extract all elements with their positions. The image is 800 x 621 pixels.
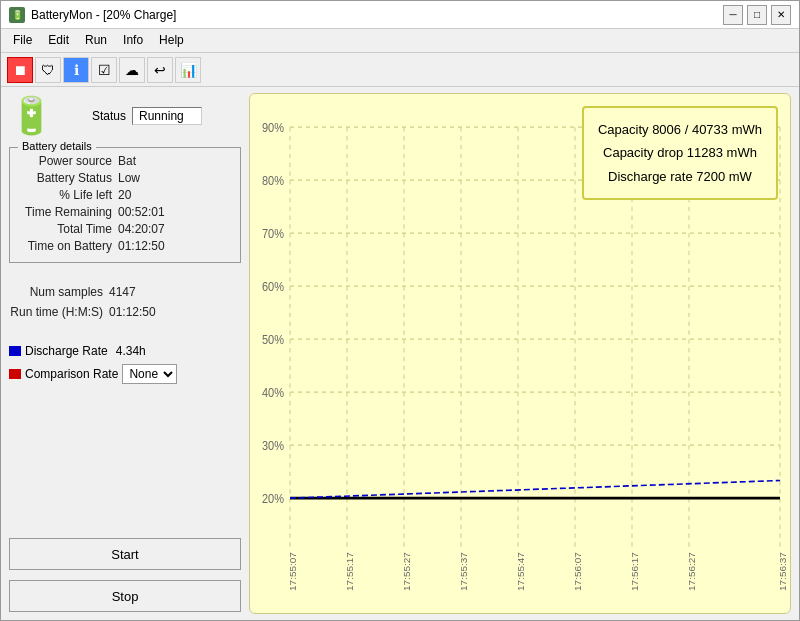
comparison-rate-row: Comparison Rate None 1h 2h 3h 4h 5h 6h xyxy=(9,364,241,384)
app-icon: 🔋 xyxy=(9,7,25,23)
svg-text:17:56:07: 17:56:07 xyxy=(572,552,582,591)
left-top-row: 🔋 Status Running xyxy=(9,95,241,137)
run-time-label: Run time (H:M:S) xyxy=(9,305,109,319)
detail-row-life-left: % Life left 20 xyxy=(18,188,232,202)
svg-text:17:56:17: 17:56:17 xyxy=(629,552,639,591)
status-row: Status Running xyxy=(92,107,202,125)
info-box: Capacity 8006 / 40733 mWh Capacity drop … xyxy=(582,106,778,200)
toolbar-stop-btn[interactable]: ⏹ xyxy=(7,57,33,83)
svg-text:17:55:07: 17:55:07 xyxy=(287,552,297,591)
menu-edit[interactable]: Edit xyxy=(40,31,77,50)
comparison-select[interactable]: None 1h 2h 3h 4h 5h 6h xyxy=(122,364,177,384)
comparison-label: Comparison Rate xyxy=(25,367,118,381)
svg-text:20%: 20% xyxy=(262,492,284,505)
toolbar: ⏹ 🛡 ℹ ☑ ☁ ↩ 📊 xyxy=(1,53,799,87)
svg-text:17:56:37: 17:56:37 xyxy=(777,552,787,591)
start-button[interactable]: Start xyxy=(9,538,241,570)
left-panel: 🔋 Status Running Battery details Power s… xyxy=(1,87,249,620)
power-source-value: Bat xyxy=(118,154,136,168)
toolbar-chart-btn[interactable]: 📊 xyxy=(175,57,201,83)
discharge-rate-row: Discharge Rate 4.34h xyxy=(9,344,241,358)
total-time-value: 04:20:07 xyxy=(118,222,165,236)
discharge-value: 4.34h xyxy=(116,344,146,358)
battery-large-icon: 🔋 xyxy=(9,95,54,137)
svg-text:17:55:17: 17:55:17 xyxy=(344,552,354,591)
discharge-label: Discharge Rate xyxy=(25,344,108,358)
window-title: BatteryMon - [20% Charge] xyxy=(31,8,176,22)
svg-text:17:55:47: 17:55:47 xyxy=(515,552,525,591)
total-time-label: Total Time xyxy=(18,222,118,236)
info-line2: Capacity drop 11283 mWh xyxy=(598,141,762,164)
num-samples-label: Num samples xyxy=(9,285,109,299)
menu-help[interactable]: Help xyxy=(151,31,192,50)
main-content: 🔋 Status Running Battery details Power s… xyxy=(1,87,799,620)
toolbar-back-btn[interactable]: ↩ xyxy=(147,57,173,83)
chart-area: 90% 80% 70% 60% 50% 40% 30% 20% 17:55:07… xyxy=(249,93,791,614)
samples-area: Num samples 4147 Run time (H:M:S) 01:12:… xyxy=(9,285,241,322)
battery-details-group: Battery details Power source Bat Battery… xyxy=(9,147,241,263)
time-remaining-label: Time Remaining xyxy=(18,205,118,219)
svg-text:60%: 60% xyxy=(262,280,284,293)
toolbar-info-btn[interactable]: ℹ xyxy=(63,57,89,83)
info-line1: Capacity 8006 / 40733 mWh xyxy=(598,118,762,141)
power-source-label: Power source xyxy=(18,154,118,168)
stop-button[interactable]: Stop xyxy=(9,580,241,612)
status-label: Status xyxy=(92,109,126,123)
menu-bar: File Edit Run Info Help xyxy=(1,29,799,53)
menu-info[interactable]: Info xyxy=(115,31,151,50)
status-value: Running xyxy=(132,107,202,125)
svg-text:30%: 30% xyxy=(262,439,284,452)
svg-text:90%: 90% xyxy=(262,121,284,134)
maximize-button[interactable]: □ xyxy=(747,5,767,25)
detail-row-run-time: Run time (H:M:S) 01:12:50 xyxy=(9,305,241,319)
minimize-button[interactable]: ─ xyxy=(723,5,743,25)
menu-run[interactable]: Run xyxy=(77,31,115,50)
menu-file[interactable]: File xyxy=(5,31,40,50)
title-bar: 🔋 BatteryMon - [20% Charge] ─ □ ✕ xyxy=(1,1,799,29)
time-on-battery-label: Time on Battery xyxy=(18,239,118,253)
life-left-value: 20 xyxy=(118,188,131,202)
comparison-color-box xyxy=(9,369,21,379)
life-left-label: % Life left xyxy=(18,188,118,202)
svg-text:70%: 70% xyxy=(262,227,284,240)
svg-text:80%: 80% xyxy=(262,174,284,187)
num-samples-value: 4147 xyxy=(109,285,136,299)
run-time-value: 01:12:50 xyxy=(109,305,156,319)
group-legend: Battery details xyxy=(18,140,96,152)
battery-status-value: Low xyxy=(118,171,140,185)
title-bar-controls: ─ □ ✕ xyxy=(723,5,791,25)
detail-row-total-time: Total Time 04:20:07 xyxy=(18,222,232,236)
time-remaining-value: 00:52:01 xyxy=(118,205,165,219)
svg-line-35 xyxy=(290,480,780,498)
discharge-color-box xyxy=(9,346,21,356)
detail-row-time-on-battery: Time on Battery 01:12:50 xyxy=(18,239,232,253)
title-bar-left: 🔋 BatteryMon - [20% Charge] xyxy=(9,7,176,23)
main-window: 🔋 BatteryMon - [20% Charge] ─ □ ✕ File E… xyxy=(0,0,800,621)
detail-row-num-samples: Num samples 4147 xyxy=(9,285,241,299)
close-button[interactable]: ✕ xyxy=(771,5,791,25)
battery-status-label: Battery Status xyxy=(18,171,118,185)
info-line3: Discharge rate 7200 mW xyxy=(598,165,762,188)
svg-text:40%: 40% xyxy=(262,386,284,399)
toolbar-cloud-btn[interactable]: ☁ xyxy=(119,57,145,83)
toolbar-shield-btn[interactable]: 🛡 xyxy=(35,57,61,83)
time-on-battery-value: 01:12:50 xyxy=(118,239,165,253)
detail-row-power-source: Power source Bat xyxy=(18,154,232,168)
svg-text:17:55:37: 17:55:37 xyxy=(458,552,468,591)
svg-text:17:56:27: 17:56:27 xyxy=(686,552,696,591)
detail-row-battery-status: Battery Status Low xyxy=(18,171,232,185)
svg-text:17:55:27: 17:55:27 xyxy=(401,552,411,591)
svg-text:50%: 50% xyxy=(262,333,284,346)
toolbar-check-btn[interactable]: ☑ xyxy=(91,57,117,83)
detail-row-time-remaining: Time Remaining 00:52:01 xyxy=(18,205,232,219)
